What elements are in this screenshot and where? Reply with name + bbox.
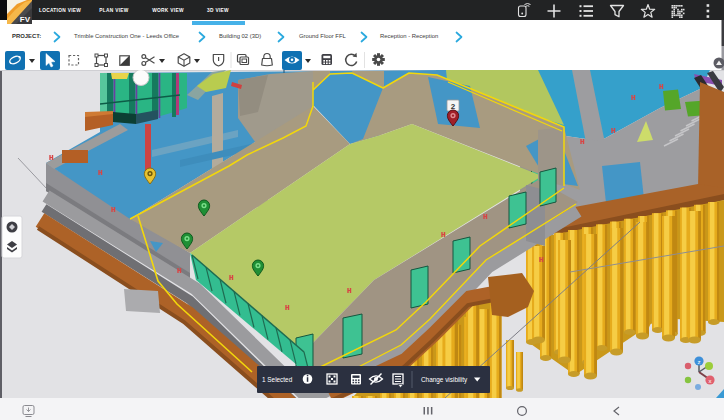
svg-text:2: 2 bbox=[451, 102, 456, 111]
svg-text:z: z bbox=[698, 359, 701, 365]
svg-text:x: x bbox=[709, 378, 712, 384]
svg-text:Change visibility: Change visibility bbox=[421, 376, 468, 384]
